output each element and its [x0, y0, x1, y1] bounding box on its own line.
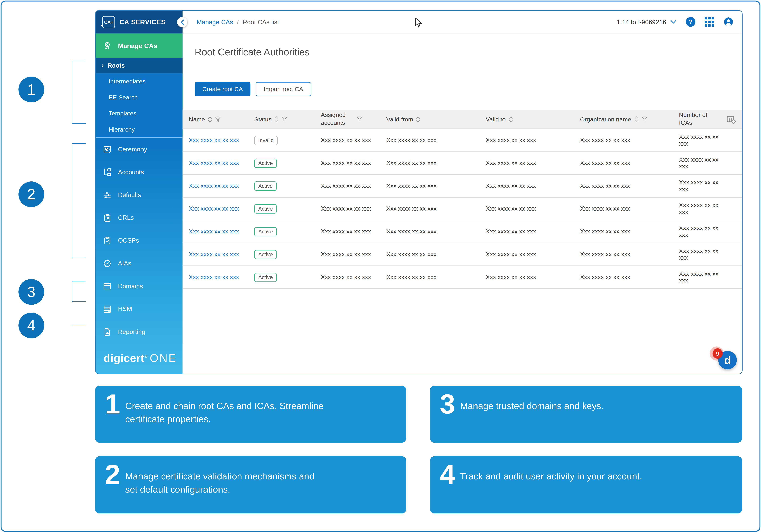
annotation-line-4: [72, 325, 86, 325]
annotation-marker-1: 1: [19, 77, 44, 102]
import-root-ca-button[interactable]: Import root CA: [256, 82, 311, 96]
table-row: Xxx xxxx xx xx xxxActiveXxx xxxx xx xx x…: [183, 175, 742, 198]
help-icon[interactable]: ?: [685, 17, 695, 27]
sidebar-item-crls[interactable]: CRLs: [95, 206, 183, 229]
sidebar-item-ee-search[interactable]: EE Search: [95, 89, 183, 105]
ca-name-link[interactable]: Xxx xxxx xx xx xxx: [189, 274, 239, 280]
cell-assigned-accounts: Xxx xxxx xx xx xxx: [321, 228, 386, 235]
cell-valid-to: Xxx xxxx xx xx xxx: [486, 274, 580, 280]
cell-valid-from: Xxx xxxx xx xx xxx: [386, 183, 486, 189]
rosette-icon: [102, 41, 112, 50]
sliders-icon: [102, 190, 112, 200]
cell-organization-name: Xxx xxxx xx xx xxx: [580, 137, 679, 144]
sidebar-item-manage-cas[interactable]: Manage CAs: [95, 33, 183, 58]
clipboard-check-icon: [102, 236, 112, 245]
sidebar-item-templates[interactable]: Templates: [95, 105, 183, 121]
create-root-ca-button[interactable]: Create root CA: [195, 82, 251, 96]
topbar: Manage CAs / Root CAs list 1.14 IoT-9069…: [183, 11, 742, 33]
sort-icon[interactable]: [274, 116, 279, 123]
sidebar-title: CA SERVICES: [119, 19, 166, 26]
cell-number-of-icas: Xxx xxxx xx xx xxx: [679, 133, 723, 147]
version-selector[interactable]: 1.14 IoT-9069216: [617, 18, 676, 26]
sidebar-item-reporting[interactable]: Reporting: [95, 320, 183, 343]
cell-assigned-accounts: Xxx xxxx xx xx xxx: [321, 183, 386, 189]
sort-icon[interactable]: [416, 116, 420, 123]
sort-icon[interactable]: [634, 116, 639, 123]
sidebar-item-accounts[interactable]: Accounts: [95, 160, 183, 183]
filter-icon[interactable]: [215, 116, 221, 122]
root-ca-table: NameStatusAssigned accountsValid fromVal…: [183, 110, 742, 289]
table-row: Xxx xxxx xx xx xxxActiveXxx xxxx xx xx x…: [183, 220, 742, 243]
column-header-valid-to[interactable]: Valid to: [486, 116, 580, 123]
action-buttons: Create root CA Import root CA: [195, 82, 742, 96]
cell-valid-to: Xxx xxxx xx xx xxx: [486, 251, 580, 258]
filter-icon[interactable]: [641, 116, 647, 122]
cell-number-of-icas: Xxx xxxx xx xx xxx: [679, 248, 723, 261]
sidebar: CA+ CA SERVICES Manage CAs › Roots Inter…: [95, 11, 183, 374]
table-row: Xxx xxxx xx xx xxxActiveXxx xxxx xx xx x…: [183, 243, 742, 266]
sort-icon[interactable]: [508, 116, 513, 123]
sidebar-item-hierarchy[interactable]: Hierarchy: [95, 121, 183, 138]
annotation-box-4: 4 Track and audit user activity in your …: [430, 456, 742, 513]
cell-number-of-icas: Xxx xxxx xx xx xxx: [679, 202, 723, 215]
column-settings-cell: [723, 115, 742, 124]
ca-name-link[interactable]: Xxx xxxx xx xx xxx: [189, 205, 239, 212]
status-badge: Active: [254, 272, 276, 282]
sidebar-item-domains[interactable]: Domains: [95, 275, 183, 297]
ca-name-link[interactable]: Xxx xxxx xx xx xxx: [189, 251, 239, 258]
account-icon[interactable]: [723, 17, 734, 27]
sidebar-header: CA+ CA SERVICES: [95, 11, 183, 33]
sidebar-item-defaults[interactable]: Defaults: [95, 184, 183, 206]
sidebar-item-intermediates[interactable]: Intermediates: [95, 73, 183, 89]
cell-organization-name: Xxx xxxx xx xx xxx: [580, 205, 679, 212]
cell-organization-name: Xxx xxxx xx xx xxx: [580, 228, 679, 235]
column-header-organization-name[interactable]: Organization name: [580, 116, 679, 123]
column-header-name[interactable]: Name: [189, 116, 254, 123]
cell-valid-from: Xxx xxxx xx xx xxx: [386, 251, 486, 258]
column-header-assigned-accounts: Assigned accounts: [321, 112, 386, 127]
apps-grid-icon[interactable]: [705, 17, 714, 27]
breadcrumb-link-manage-cas[interactable]: Manage CAs: [197, 18, 233, 26]
sidebar-item-aias[interactable]: AIAs: [95, 252, 183, 275]
sidebar-item-roots[interactable]: › Roots: [95, 58, 183, 73]
filter-icon[interactable]: [357, 116, 363, 122]
status-badge: Active: [254, 227, 276, 236]
annotation-box-2: 2 Manage certificate validation mechanis…: [95, 456, 406, 513]
breadcrumb-current: Root CAs list: [243, 18, 279, 26]
sidebar-item-ocsps[interactable]: OCSPs: [95, 229, 183, 252]
status-badge: Active: [254, 204, 276, 213]
annotation-bracket-1: [72, 62, 86, 124]
ca-plus-logo-icon: CA+: [102, 16, 115, 28]
cell-valid-from: Xxx xxxx xx xx xxx: [386, 228, 486, 235]
column-header-status[interactable]: Status: [254, 116, 321, 123]
sidebar-item-hsm[interactable]: HSM: [95, 297, 183, 320]
table-header: NameStatusAssigned accountsValid fromVal…: [183, 110, 742, 129]
ca-name-link[interactable]: Xxx xxxx xx xx xxx: [189, 160, 239, 166]
column-header-valid-from[interactable]: Valid from: [386, 116, 486, 123]
cell-organization-name: Xxx xxxx xx xx xxx: [580, 183, 679, 189]
ca-name-link[interactable]: Xxx xxxx xx xx xxx: [189, 137, 239, 144]
folder-tree-icon: [102, 167, 112, 177]
manage-cas-subnav: › Roots Intermediates EE Search Template…: [95, 58, 183, 138]
sort-icon[interactable]: [208, 116, 212, 123]
ca-name-link[interactable]: Xxx xxxx xx xx xxx: [189, 183, 239, 189]
status-badge: Active: [254, 250, 276, 259]
sidebar-item-ceremony[interactable]: Ceremony: [95, 138, 183, 160]
cell-number-of-icas: Xxx xxxx xx xx xxx: [679, 179, 723, 193]
annotation-box-3: 3 Manage trusted domains and keys.: [430, 386, 742, 443]
sidebar-collapse-button[interactable]: [177, 17, 187, 27]
cell-valid-to: Xxx xxxx xx xx xxx: [486, 183, 580, 189]
status-badge: Active: [254, 181, 276, 191]
status-badge: Invalid: [254, 136, 277, 145]
breadcrumb-separator: /: [237, 18, 239, 26]
filter-icon[interactable]: [282, 116, 287, 122]
ca-name-link[interactable]: Xxx xxxx xx xx xxx: [189, 228, 239, 235]
cell-valid-from: Xxx xxxx xx xx xxx: [386, 160, 486, 166]
clipboard-list-icon: [102, 213, 112, 222]
annotation-marker-3: 3: [19, 279, 44, 305]
cell-number-of-icas: Xxx xxxx xx xx xxx: [679, 225, 723, 238]
server-icon: [102, 304, 112, 314]
safe-icon: [102, 145, 112, 154]
chat-unread-badge: 9: [713, 348, 723, 359]
table-settings-icon[interactable]: [727, 115, 736, 124]
